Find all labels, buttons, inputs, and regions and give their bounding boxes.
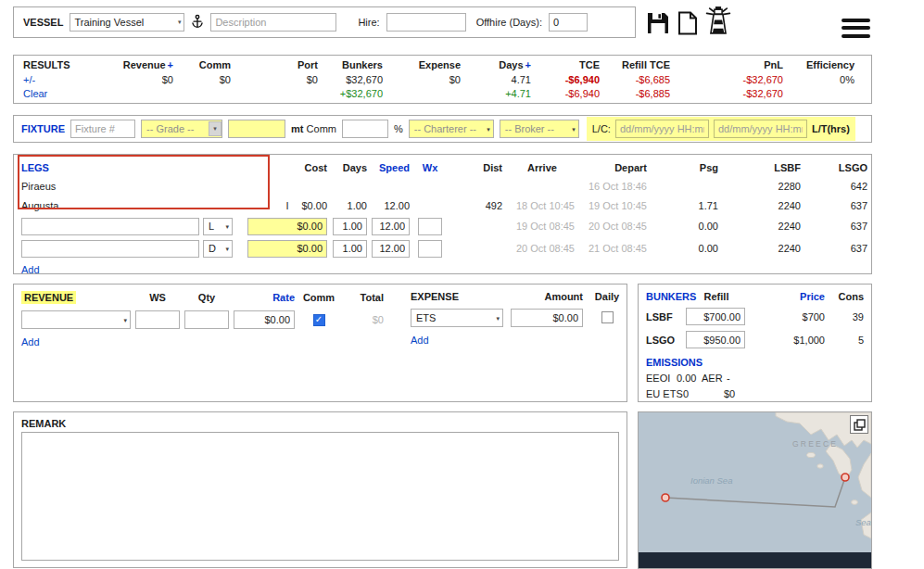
lc-label: L/C: bbox=[592, 123, 611, 134]
leg-lsgo: 642 bbox=[804, 181, 871, 192]
pnl-delta: -$32,670 bbox=[670, 87, 783, 102]
speed-header[interactable]: Speed bbox=[371, 162, 413, 173]
leg-row[interactable]: Piraeus 16 Oct 18:46 2280 642 bbox=[14, 176, 871, 196]
revenue-value: $0 bbox=[112, 73, 173, 88]
leg-depart: 21 Oct 08:45 bbox=[578, 243, 651, 254]
leg-speed-input[interactable] bbox=[372, 240, 410, 258]
results-col-bunkers: Bunkers $32,670 +$32,670 bbox=[318, 58, 383, 102]
bunkers-panel: BUNKERS Refill Price Cons LSBF $700 39 L… bbox=[638, 284, 872, 402]
wx-header[interactable]: Wx bbox=[413, 162, 447, 173]
ws-input[interactable] bbox=[135, 310, 180, 329]
lighthouse-button[interactable] bbox=[702, 4, 735, 36]
tce-value: -$6,940 bbox=[531, 73, 600, 88]
qty-input[interactable] bbox=[184, 310, 229, 329]
results-col-port: Port $0 bbox=[231, 58, 318, 102]
expense-title: EXPENSE bbox=[411, 291, 503, 302]
port-marker[interactable] bbox=[662, 494, 669, 501]
pnl-value: -$32,670 bbox=[670, 73, 783, 88]
leg-days-input[interactable] bbox=[333, 240, 367, 258]
rate-input[interactable] bbox=[234, 310, 295, 329]
results-grid: RESULTS +/- Clear Revenue+ $0 Comm $0 Po… bbox=[23, 58, 862, 102]
map-popout-button[interactable] bbox=[850, 415, 868, 434]
revenue-header: Revenue+ bbox=[112, 58, 173, 73]
route-map[interactable]: GREECE Ionian Sea Sea bbox=[638, 411, 872, 569]
clear-link[interactable]: Clear bbox=[23, 87, 112, 102]
cons-header: Cons bbox=[825, 291, 864, 302]
leg-cost-input[interactable] bbox=[247, 218, 327, 235]
comm-checkbox[interactable]: ✓ bbox=[313, 314, 325, 326]
port-marker[interactable] bbox=[842, 474, 849, 481]
days-header: Days+ bbox=[461, 58, 531, 73]
daily-checkbox[interactable] bbox=[601, 311, 614, 323]
vessel-name-input[interactable] bbox=[70, 13, 184, 32]
results-panel: RESULTS +/- Clear Revenue+ $0 Comm $0 Po… bbox=[13, 55, 872, 104]
lsbf-refill-input[interactable] bbox=[686, 308, 745, 325]
expense-section: EXPENSE Amount Daily ETS▾ Add bbox=[411, 291, 624, 346]
grade-select[interactable]: -- Grade -- ▾ bbox=[141, 120, 222, 138]
leg-wx-input[interactable] bbox=[418, 240, 442, 258]
laycan-from-input[interactable] bbox=[615, 120, 709, 138]
remark-textarea[interactable] bbox=[21, 432, 619, 561]
description-input[interactable] bbox=[210, 13, 336, 32]
euets-label: EU ETS bbox=[646, 388, 683, 399]
add-expense-link[interactable]: Add bbox=[411, 335, 429, 346]
plus-minus-link[interactable]: +/- bbox=[23, 73, 112, 88]
euets-value: 0 bbox=[683, 388, 724, 399]
save-icon bbox=[646, 26, 670, 37]
add-revenue-link[interactable]: Add bbox=[21, 336, 40, 348]
leg-port-input[interactable] bbox=[21, 218, 199, 235]
offhire-input[interactable] bbox=[549, 13, 588, 32]
days-delta: +4.71 bbox=[461, 87, 531, 102]
add-leg-link[interactable]: Add bbox=[21, 264, 40, 275]
results-col-tce: TCE -$6,940 -$6,940 bbox=[531, 58, 600, 102]
refill-tce-header: Refill TCE bbox=[600, 58, 670, 73]
leg-days-input[interactable] bbox=[333, 218, 367, 235]
leg-lsgo: 637 bbox=[804, 243, 871, 254]
price-header[interactable]: Price bbox=[747, 291, 825, 302]
leg-speed-input[interactable] bbox=[372, 218, 410, 235]
leg-wx-input[interactable] bbox=[418, 218, 442, 235]
leg-depart: 19 Oct 10:45 bbox=[578, 200, 651, 211]
leg-port-name: Piraeus bbox=[14, 181, 199, 192]
amount-input[interactable] bbox=[511, 309, 583, 327]
refill-tce-delta: -$6,885 bbox=[600, 87, 670, 102]
laycan-to-input[interactable] bbox=[714, 120, 807, 138]
expense-value: $0 bbox=[383, 73, 461, 88]
results-col-pnl: PnL -$32,670 -$32,670 bbox=[670, 58, 783, 102]
map-canvas[interactable]: GREECE Ionian Sea Sea bbox=[639, 412, 871, 568]
leg-type-select[interactable]: L▾ bbox=[203, 218, 233, 235]
charterer-select[interactable]: -- Charterer -- ▾ bbox=[409, 120, 494, 138]
refill-header: Refill bbox=[686, 291, 747, 302]
tce-header: TCE bbox=[531, 58, 600, 73]
leg-row[interactable]: Augusta I$0.00 1.00 12.00 492 18 Oct 10:… bbox=[14, 196, 871, 215]
sea-label: Sea bbox=[855, 517, 871, 527]
fixture-number-input[interactable] bbox=[70, 120, 135, 138]
results-col-efficiency: Efficiency 0% bbox=[783, 58, 854, 102]
lsgo-refill-input[interactable] bbox=[686, 331, 745, 348]
expense-type-select[interactable]: ETS▾ bbox=[411, 309, 503, 327]
leg-port-input[interactable] bbox=[21, 240, 199, 258]
remark-panel: REMARK bbox=[13, 411, 627, 568]
leg-lsbf: 2280 bbox=[722, 181, 804, 192]
leg-type-select[interactable]: D▾ bbox=[203, 240, 233, 258]
rate-header[interactable]: Rate bbox=[234, 292, 295, 303]
leg-input-row: L▾ 19 Oct 08:45 20 Oct 08:45 0.00 2240 6… bbox=[14, 215, 871, 237]
bunkers-value: $32,670 bbox=[318, 73, 383, 88]
menu-button[interactable] bbox=[842, 14, 870, 42]
hire-input[interactable] bbox=[386, 13, 466, 32]
lt-label: L/T(hrs) bbox=[812, 123, 850, 134]
efficiency-header: Efficiency bbox=[783, 58, 854, 73]
copy-button[interactable] bbox=[677, 11, 699, 35]
vessel-name-combobox: ▾ bbox=[70, 13, 184, 32]
chevron-down-icon[interactable]: ▾ bbox=[178, 19, 182, 26]
anchor-icon[interactable] bbox=[191, 14, 204, 31]
leg-lsgo: 637 bbox=[804, 221, 871, 232]
save-button[interactable] bbox=[646, 11, 670, 35]
leg-cost-input[interactable] bbox=[247, 240, 327, 258]
broker-select[interactable]: -- Broker -- ▾ bbox=[500, 120, 579, 138]
comm-pct-input[interactable] bbox=[342, 120, 388, 138]
cargo-qty-input[interactable] bbox=[228, 120, 285, 138]
revenue-type-select[interactable]: ▾ bbox=[21, 310, 131, 329]
bunkers-header: Bunkers bbox=[318, 58, 383, 73]
chevron-down-icon: ▾ bbox=[225, 223, 229, 230]
